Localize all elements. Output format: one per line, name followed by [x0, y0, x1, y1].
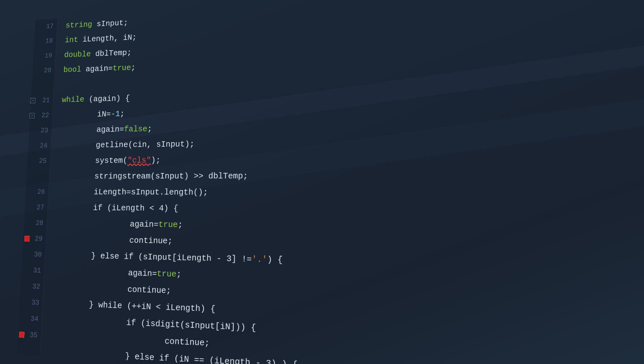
token-eq-4: =: [126, 187, 131, 197]
token-int-kw: int: [65, 35, 83, 45]
line-17: 17: [35, 19, 57, 35]
token-again-var: again: [86, 64, 108, 74]
line-23: 23: [29, 123, 52, 138]
token-string-kw: string: [65, 20, 97, 30]
line-blank3: [16, 343, 41, 360]
line-18: 18: [34, 33, 57, 49]
line-27: 27: [24, 200, 48, 216]
line-19: 19: [33, 48, 56, 63]
code-area: string sInput; int iLength, iN; double d…: [40, 0, 644, 364]
line-24: 24: [28, 138, 51, 154]
line-22: − 22: [30, 108, 53, 123]
breakpoint-29[interactable]: [24, 236, 30, 242]
token-true-3: true: [157, 269, 176, 279]
token-system: system(: [59, 156, 128, 166]
token-dot-char: '.': [252, 254, 267, 265]
token-semi-1: ;: [131, 63, 136, 72]
token-else-if-1: } else if (sInput[iLength - 3] !=: [54, 250, 252, 264]
code-line-ss: stringstream(sInput) >> dblTemp;: [58, 166, 644, 185]
token-sInput-length: sInput.length();: [131, 187, 208, 197]
token-continue-2: continue;: [52, 282, 171, 296]
token-getline: getline(cin, sInput);: [59, 139, 195, 150]
token-eq-3: =: [119, 125, 124, 134]
token-semi-3: ;: [147, 124, 152, 134]
token-eq-op: =: [108, 64, 113, 73]
collapse-button-22[interactable]: −: [30, 113, 35, 118]
line-21: − 21: [31, 93, 54, 108]
token-while-kw: while: [62, 95, 89, 105]
token-stringstream: stringstream(sInput) >> dblTemp;: [58, 171, 248, 181]
line-33: 33: [19, 294, 43, 311]
line-29: 29: [23, 231, 46, 247]
token-true-2: true: [158, 220, 178, 230]
token-neg1: -1: [111, 109, 120, 119]
token-true-kw: true: [112, 63, 131, 73]
token-while-inner: } while (++iN < iLength) {: [52, 299, 216, 314]
token-semi-4: ;: [178, 220, 183, 230]
line-blank2: [26, 169, 50, 184]
token-while-cond: (again) {: [89, 94, 130, 104]
token-indent-1: iN: [61, 110, 107, 120]
editor-container: 17 18 19 20 − 21 − 22 23 24 25 26 27 28 …: [0, 0, 644, 364]
token-cls-string: "cls": [127, 156, 151, 165]
line-28: 28: [24, 215, 47, 231]
line-20: 20: [32, 63, 55, 78]
token-double-kw: double: [64, 50, 96, 60]
token-bool-kw: bool: [63, 65, 86, 74]
token-eq-6: =: [152, 269, 157, 279]
token-dblTemp: dblTemp;: [95, 48, 131, 58]
token-again-2: again: [60, 125, 119, 135]
token-semi-5: ;: [176, 269, 181, 279]
token-again-3: again: [56, 219, 154, 229]
line-32: 32: [20, 278, 44, 295]
token-eq-5: =: [154, 220, 159, 229]
breakpoint-35[interactable]: [19, 331, 24, 338]
token-semi-2: ;: [120, 109, 125, 119]
token-if-iLength: if (iLength < 4) {: [56, 203, 178, 213]
line-34: 34: [18, 310, 42, 327]
token-else-if-end: ) {: [267, 254, 283, 265]
token-system-end: );: [151, 156, 161, 165]
token-sInput: sInput;: [96, 18, 128, 28]
token-continue-1: continue;: [55, 234, 172, 246]
token-again-4: again: [53, 266, 152, 279]
line-25: 25: [27, 153, 50, 169]
line-partial: [16, 359, 40, 364]
editor-inner: 17 18 19 20 − 21 − 22 23 24 25 26 27 28 …: [17, 0, 644, 364]
line-26: 26: [25, 184, 49, 199]
token-iLength-assign: iLength: [57, 187, 126, 197]
token-iLength-iN: iLength, iN;: [83, 33, 137, 44]
line-35: 35: [17, 326, 41, 344]
collapse-button-21[interactable]: −: [30, 98, 36, 103]
token-false-kw: false: [124, 124, 147, 134]
line-31: 31: [21, 262, 45, 279]
line-blank: [32, 78, 54, 93]
token-eq-2: =: [106, 110, 111, 119]
line-30: 30: [22, 246, 45, 263]
